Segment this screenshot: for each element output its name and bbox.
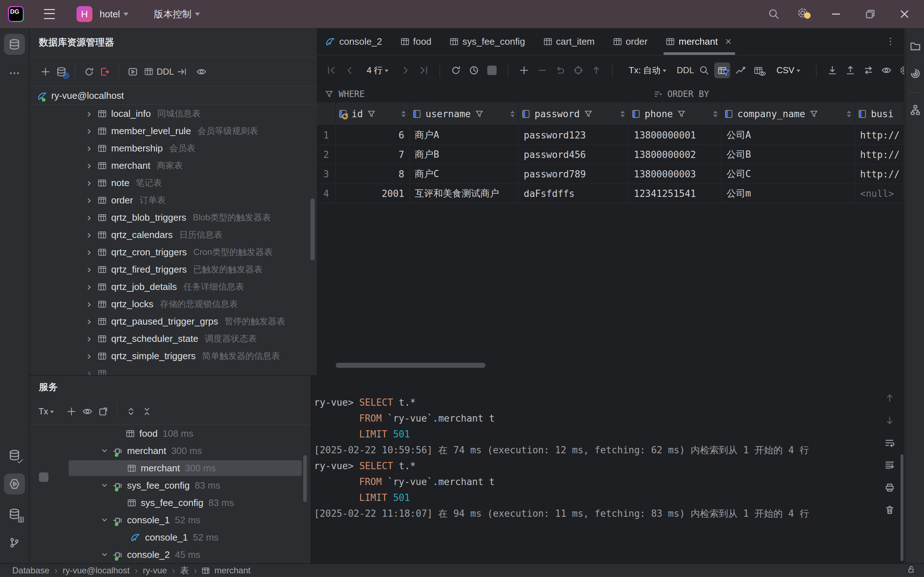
- close-window-button[interactable]: [899, 0, 910, 28]
- chevron-right-icon[interactable]: [84, 333, 94, 344]
- chevron-right-icon[interactable]: [84, 316, 94, 327]
- cell-password[interactable]: password789: [519, 164, 629, 184]
- sort-toggle[interactable]: [847, 111, 851, 117]
- tree-item-table[interactable]: note笔记表: [30, 174, 317, 192]
- column-filter-icon[interactable]: [677, 110, 686, 118]
- datagrip-logo-icon[interactable]: DG: [8, 6, 24, 22]
- show-options-button[interactable]: [79, 403, 95, 419]
- grid-settings-button[interactable]: [897, 62, 904, 78]
- cell-business[interactable]: http://: [855, 164, 904, 184]
- service-row-food[interactable]: food108 ms: [30, 425, 310, 442]
- cell-username[interactable]: 互评和美食测试商户: [410, 184, 519, 203]
- chevron-right-icon[interactable]: [84, 229, 94, 240]
- explorer-scrollbar[interactable]: [310, 198, 315, 260]
- column-header-id[interactable]: id: [336, 102, 410, 126]
- tree-item-table[interactable]: merchant商家表: [30, 157, 317, 174]
- ddl-button[interactable]: DDL: [677, 62, 694, 78]
- breadcrumb-table[interactable]: merchant: [215, 566, 250, 575]
- order-by-input[interactable]: ORDER BY: [651, 89, 709, 99]
- next-page-button[interactable]: [398, 62, 414, 78]
- tab-order[interactable]: order: [611, 28, 651, 55]
- cell-username[interactable]: 商户B: [410, 145, 519, 164]
- compare-button[interactable]: [861, 62, 876, 78]
- cell-username[interactable]: 商户C: [410, 164, 519, 184]
- column-header-company-name[interactable]: company_name: [722, 102, 855, 126]
- chevron-expanded-icon[interactable]: [100, 480, 110, 491]
- chevron-expanded-icon[interactable]: [100, 445, 110, 456]
- search-everywhere-button[interactable]: [768, 0, 780, 28]
- cell-password[interactable]: password123: [519, 126, 629, 145]
- print-button[interactable]: [882, 480, 898, 495]
- cell-company[interactable]: 公司A: [722, 126, 855, 145]
- where-filter-input[interactable]: WHERE: [317, 89, 651, 99]
- table-view-options-button[interactable]: [750, 62, 766, 78]
- cell-business[interactable]: http://: [855, 126, 904, 145]
- revert-changes-button[interactable]: [552, 62, 568, 78]
- breadcrumb-schema[interactable]: ry-vue: [143, 566, 167, 575]
- database-list-button[interactable]: [4, 503, 25, 524]
- tab-options-button[interactable]: [882, 28, 898, 55]
- tx-mode-button[interactable]: Tx: [38, 403, 54, 419]
- project-selector[interactable]: hotel: [100, 9, 129, 20]
- reload-data-button[interactable]: [448, 62, 464, 78]
- cell-password[interactable]: daFsfdffs: [519, 184, 629, 203]
- more-tools-button[interactable]: [4, 63, 25, 84]
- tree-item-table[interactable]: qrtz_fired_triggers已触发的触发器表: [30, 261, 317, 278]
- sort-toggle[interactable]: [510, 111, 515, 117]
- find-button[interactable]: [696, 62, 712, 78]
- refresh-button[interactable]: [81, 64, 97, 80]
- previous-query-button[interactable]: [882, 390, 898, 406]
- column-filter-icon[interactable]: [584, 110, 593, 118]
- tab-cart-item[interactable]: cart_item: [541, 28, 598, 55]
- delete-row-button[interactable]: [534, 62, 550, 78]
- chevron-expanded-icon[interactable]: [100, 514, 110, 526]
- column-header-username[interactable]: username: [410, 102, 519, 126]
- sort-toggle[interactable]: [401, 111, 406, 117]
- soft-wrap-button[interactable]: [882, 435, 898, 451]
- column-filter-icon[interactable]: [809, 110, 818, 118]
- service-row-merchant[interactable]: merchant300 ms: [30, 442, 310, 459]
- chart-view-button[interactable]: [732, 62, 748, 78]
- services-scrollbar[interactable]: [303, 455, 307, 502]
- ai-assistant-button[interactable]: [906, 66, 924, 82]
- tree-item-table[interactable]: local_info同城信息表: [30, 105, 317, 122]
- cell-phone[interactable]: 13800000002: [629, 145, 722, 164]
- cell-id[interactable]: 6: [336, 126, 410, 145]
- chevron-right-icon[interactable]: [84, 298, 94, 310]
- tree-item-table-clipped[interactable]: [30, 364, 317, 375]
- service-row-console1-tab[interactable]: console_152 ms: [30, 529, 310, 546]
- cell-phone[interactable]: 13800000001: [629, 126, 722, 145]
- close-icon[interactable]: [724, 37, 732, 45]
- export-data-button[interactable]: [842, 62, 858, 78]
- next-query-button[interactable]: [882, 413, 898, 429]
- chevron-right-icon[interactable]: [84, 160, 94, 171]
- tree-item-table[interactable]: qrtz_locks存储的悲观锁信息表: [30, 295, 317, 313]
- chevron-expanded-icon[interactable]: [100, 549, 110, 561]
- database-changes-button[interactable]: [4, 445, 25, 466]
- tree-item-table[interactable]: order订单表: [30, 192, 317, 209]
- column-header-phone[interactable]: phone: [629, 102, 722, 126]
- tx-isolation-selector[interactable]: Tx: 自动: [620, 62, 675, 78]
- service-row-merchant-grid[interactable]: merchant300 ms: [30, 459, 310, 477]
- chevron-right-icon[interactable]: [84, 142, 94, 154]
- query-history-button[interactable]: [466, 62, 482, 78]
- grid-horizontal-scrollbar[interactable]: [336, 363, 485, 368]
- cell-phone[interactable]: 13800000003: [629, 164, 722, 184]
- submit-button[interactable]: [588, 62, 604, 78]
- column-filter-icon[interactable]: [367, 110, 376, 118]
- git-tool-button[interactable]: [4, 532, 25, 553]
- services-tool-button[interactable]: [4, 474, 25, 495]
- cell-company[interactable]: 公司B: [722, 145, 855, 164]
- database-tool-button[interactable]: [4, 34, 25, 55]
- add-service-button[interactable]: [63, 403, 79, 419]
- tree-item-table[interactable]: membership会员表: [30, 140, 317, 157]
- chevron-right-icon[interactable]: [84, 264, 94, 275]
- expand-all-button[interactable]: [123, 403, 139, 419]
- restore-window-button[interactable]: [864, 0, 876, 28]
- disconnect-button[interactable]: [97, 64, 113, 80]
- export-format-selector[interactable]: CSV: [769, 62, 808, 78]
- connection-root-row[interactable]: ry-vue@localhost: [30, 87, 317, 105]
- breadcrumb-connection[interactable]: ry-vue@localhost: [63, 566, 129, 575]
- last-page-button[interactable]: [416, 62, 432, 78]
- write-access-lock[interactable]: [907, 565, 915, 576]
